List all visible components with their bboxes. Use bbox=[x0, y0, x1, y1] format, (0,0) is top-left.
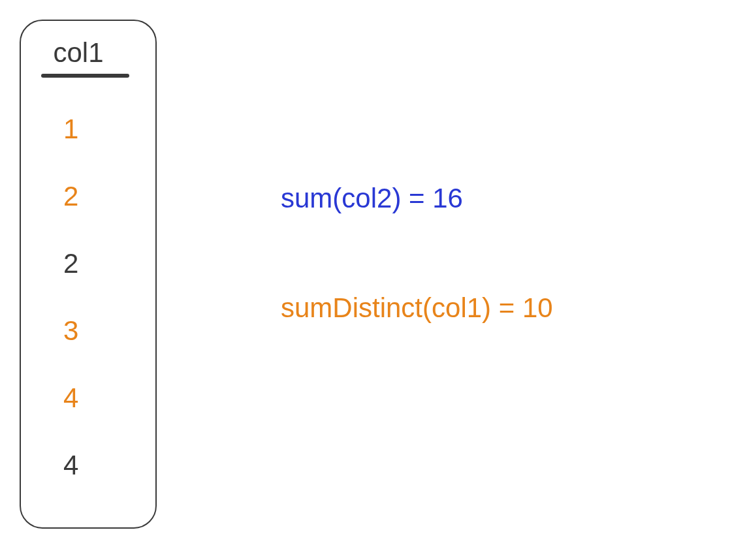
value-4-dup: 4 bbox=[63, 450, 78, 481]
value-4: 4 bbox=[63, 382, 78, 414]
value-1: 1 bbox=[63, 114, 78, 145]
column-header: col1 bbox=[53, 37, 103, 69]
sum-formula: sum(col2) = 16 bbox=[281, 183, 553, 214]
column-values: 1 2 2 3 4 4 bbox=[21, 114, 155, 481]
value-2: 2 bbox=[63, 181, 78, 212]
header-underline bbox=[41, 74, 129, 78]
sum-distinct-formula: sumDistinct(col1) = 10 bbox=[281, 292, 553, 324]
formulas-area: sum(col2) = 16 sumDistinct(col1) = 10 bbox=[281, 183, 553, 324]
value-2-dup: 2 bbox=[63, 248, 78, 279]
column-box: col1 1 2 2 3 4 4 bbox=[20, 20, 157, 529]
value-3: 3 bbox=[63, 315, 78, 347]
